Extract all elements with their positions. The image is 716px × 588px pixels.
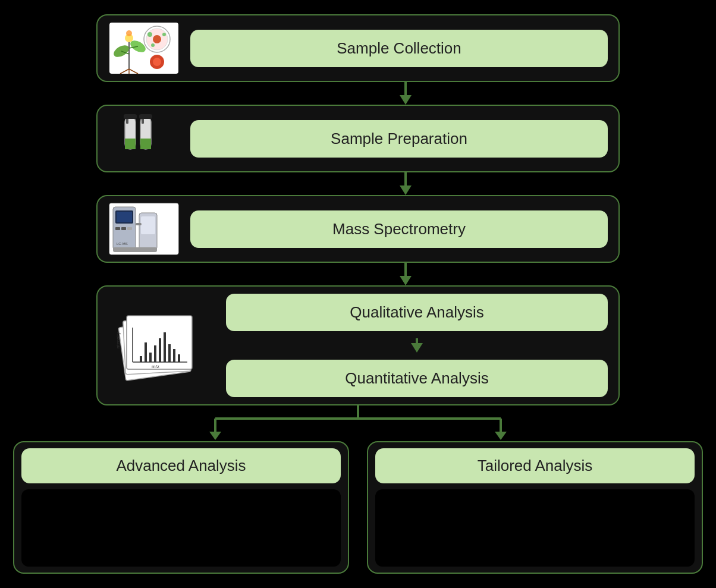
tailored-analysis-label: Tailored Analysis xyxy=(375,448,695,483)
split-arrows-svg xyxy=(96,405,620,441)
dual-analysis-card: ntensity m/z Qualitative Analysis xyxy=(96,285,620,405)
advanced-analysis-body xyxy=(21,489,341,567)
svg-rect-52 xyxy=(159,338,161,362)
spectrum-icon: ntensity m/z xyxy=(108,294,215,397)
svg-rect-53 xyxy=(164,332,166,362)
tubes-icon xyxy=(108,112,180,165)
svg-text:ntensity: ntensity xyxy=(115,332,121,348)
svg-text:LC-MS: LC-MS xyxy=(117,242,128,246)
svg-rect-20 xyxy=(125,139,136,149)
svg-rect-50 xyxy=(149,353,152,362)
tailored-analysis-body xyxy=(375,489,695,567)
sample-preparation-card: Sample Preparation xyxy=(96,105,620,172)
svg-point-14 xyxy=(147,32,152,37)
svg-rect-37 xyxy=(141,216,155,234)
bottom-cards-container: Advanced Analysis Tailored Analysis xyxy=(13,441,703,574)
sample-collection-label: Sample Collection xyxy=(190,30,608,67)
svg-marker-62 xyxy=(495,432,507,440)
svg-point-16 xyxy=(151,43,155,47)
svg-point-18 xyxy=(153,58,161,66)
workflow-diagram: Sample Collection xyxy=(13,14,703,574)
sample-collection-row: Sample Collection xyxy=(13,14,703,82)
analysis-labels: Qualitative Analysis Quantitative Analys… xyxy=(226,294,608,397)
plant-icon xyxy=(108,21,180,75)
arrow-1 xyxy=(400,82,412,105)
sample-preparation-row: Sample Preparation xyxy=(13,105,703,172)
sample-collection-card: Sample Collection xyxy=(96,14,620,82)
arrow-2 xyxy=(400,172,412,195)
svg-rect-33 xyxy=(115,227,120,230)
svg-point-15 xyxy=(162,33,166,36)
svg-rect-39 xyxy=(113,247,157,252)
svg-point-7 xyxy=(126,30,132,36)
tailored-analysis-card: Tailored Analysis xyxy=(367,441,703,574)
mass-spectrometry-card: LC-MS Mass Spectrometry xyxy=(96,195,620,263)
quantitative-analysis-label: Quantitative Analysis xyxy=(226,360,608,397)
mass-spectrometry-row: LC-MS Mass Spectrometry xyxy=(13,195,703,263)
svg-text:m/z: m/z xyxy=(152,364,159,369)
mass-spectrometry-label: Mass Spectrometry xyxy=(190,210,608,248)
advanced-analysis-label: Advanced Analysis xyxy=(21,448,341,483)
qualitative-analysis-label: Qualitative Analysis xyxy=(226,294,608,331)
dual-analysis-row: ntensity m/z Qualitative Analysis xyxy=(13,285,703,405)
svg-rect-48 xyxy=(140,356,142,362)
svg-rect-55 xyxy=(173,349,175,362)
svg-rect-34 xyxy=(121,227,126,230)
machine-icon: LC-MS xyxy=(108,202,180,256)
svg-rect-49 xyxy=(145,342,147,362)
svg-point-13 xyxy=(153,35,161,43)
svg-rect-38 xyxy=(136,223,142,225)
svg-rect-24 xyxy=(140,139,151,149)
svg-rect-54 xyxy=(168,344,171,362)
svg-rect-56 xyxy=(178,354,180,362)
arrow-3 xyxy=(400,263,412,285)
svg-rect-27 xyxy=(124,114,137,119)
svg-marker-61 xyxy=(209,432,221,440)
svg-rect-51 xyxy=(154,345,156,362)
svg-rect-32 xyxy=(117,212,132,222)
advanced-analysis-card: Advanced Analysis xyxy=(13,441,349,574)
inner-arrow xyxy=(411,338,423,353)
svg-rect-35 xyxy=(127,227,132,230)
split-arrows-container xyxy=(96,405,620,441)
sample-preparation-label: Sample Preparation xyxy=(190,120,608,158)
svg-rect-28 xyxy=(139,114,152,119)
